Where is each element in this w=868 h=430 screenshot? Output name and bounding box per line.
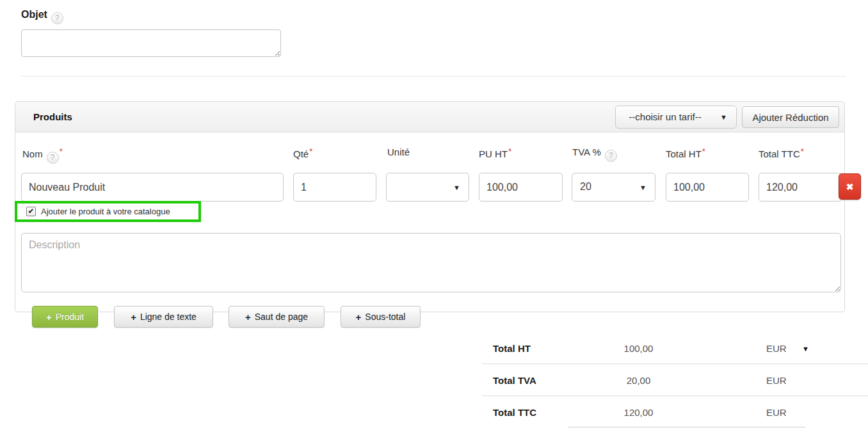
objet-label: Objet?	[21, 9, 63, 24]
objet-label-text: Objet	[21, 9, 47, 20]
plus-icon: +	[46, 312, 52, 322]
delete-row-button[interactable]: ✖	[839, 173, 861, 200]
column-header-nom: Nom?*	[22, 147, 63, 164]
required-marker: *	[702, 147, 705, 156]
check-icon: ✔	[28, 207, 34, 216]
product-name-input[interactable]	[21, 173, 284, 202]
tva-select-value: 20	[580, 181, 591, 193]
quantity-input[interactable]	[293, 173, 376, 202]
plus-icon: +	[245, 312, 251, 322]
add-page-break-button[interactable]: + Saut de page	[229, 306, 325, 328]
add-product-button[interactable]: + Produit	[32, 306, 98, 328]
column-header-total-ttc: Total TTC*	[759, 147, 804, 159]
products-panel-header: Produits --choisir un tarif-- ▼ Ajouter …	[15, 102, 844, 132]
caret-down-icon: ▼	[453, 184, 460, 191]
total-tva-value: 20,00	[595, 375, 682, 386]
invoice-form-page: Objet? Produits --choisir un tarif-- ▼ A…	[0, 0, 868, 430]
add-reduction-button[interactable]: Ajouter Réduction	[742, 106, 839, 128]
caret-down-icon: ▼	[639, 184, 647, 191]
objet-input[interactable]	[21, 29, 281, 57]
objet-help-icon[interactable]: ?	[51, 12, 63, 24]
total-ttc-value: 120,00	[595, 407, 682, 418]
add-page-break-label: Saut de page	[255, 312, 308, 322]
tariff-select-value: --choisir un tarif--	[616, 111, 714, 122]
total-ttc-currency: EUR	[766, 407, 787, 418]
catalog-checkbox-highlight: ✔ Ajouter le produit à votre catalogue	[15, 201, 201, 222]
column-header-total-ht: Total HT*	[666, 147, 705, 159]
total-tva-currency: EUR	[766, 375, 787, 386]
currency-caret-icon[interactable]: ▼	[802, 345, 809, 353]
add-text-line-button[interactable]: + Ligne de texte	[114, 306, 213, 328]
add-to-catalog-checkbox[interactable]: ✔	[26, 207, 36, 216]
totals-divider	[482, 363, 868, 364]
currency-label: EUR	[766, 343, 787, 354]
add-reduction-label: Ajouter Réduction	[752, 112, 828, 123]
products-title: Produits	[33, 111, 72, 122]
currency-select[interactable]: EUR	[766, 343, 787, 354]
add-product-label: Produit	[56, 312, 84, 322]
section-divider	[21, 76, 846, 77]
plus-icon: +	[131, 312, 136, 322]
required-marker: *	[60, 147, 63, 156]
totals-divider	[482, 395, 868, 396]
column-header-tva: TVA %?	[572, 147, 617, 162]
add-subtotal-button[interactable]: + Sous-total	[341, 306, 421, 328]
required-marker: *	[508, 147, 511, 156]
add-subtotal-label: Sous-total	[365, 312, 405, 322]
unit-price-input[interactable]	[479, 173, 563, 202]
plus-icon: +	[356, 312, 362, 322]
total-ht-label: Total HT	[493, 343, 531, 354]
column-header-pu-ht: PU HT*	[479, 147, 511, 159]
total-ttc-label: Total TTC	[493, 407, 536, 418]
unit-select[interactable]: ▼	[386, 173, 469, 202]
column-header-qte: Qté*	[293, 147, 312, 159]
add-text-line-label: Ligne de texte	[140, 312, 197, 322]
caret-down-icon: ▼	[720, 114, 727, 121]
add-to-catalog-label[interactable]: Ajouter le produit à votre catalogue	[41, 207, 170, 216]
total-ttc-input[interactable]	[759, 173, 842, 202]
nom-help-icon[interactable]: ?	[47, 152, 59, 164]
tariff-select[interactable]: --choisir un tarif-- ▼	[615, 106, 737, 129]
required-marker: *	[801, 147, 804, 156]
tva-select[interactable]: 20 ▼	[572, 173, 655, 202]
description-input[interactable]	[21, 233, 841, 292]
required-marker: *	[309, 147, 312, 156]
total-ht-input[interactable]	[666, 173, 749, 202]
total-ht-value: 100,00	[595, 343, 682, 354]
products-panel: Produits --choisir un tarif-- ▼ Ajouter …	[15, 101, 845, 312]
totals-bottom-divider	[568, 427, 805, 427]
column-header-unite: Unité	[387, 147, 410, 157]
delete-icon: ✖	[846, 182, 854, 192]
tva-help-icon[interactable]: ?	[605, 150, 617, 162]
total-tva-label: Total TVA	[493, 375, 536, 386]
